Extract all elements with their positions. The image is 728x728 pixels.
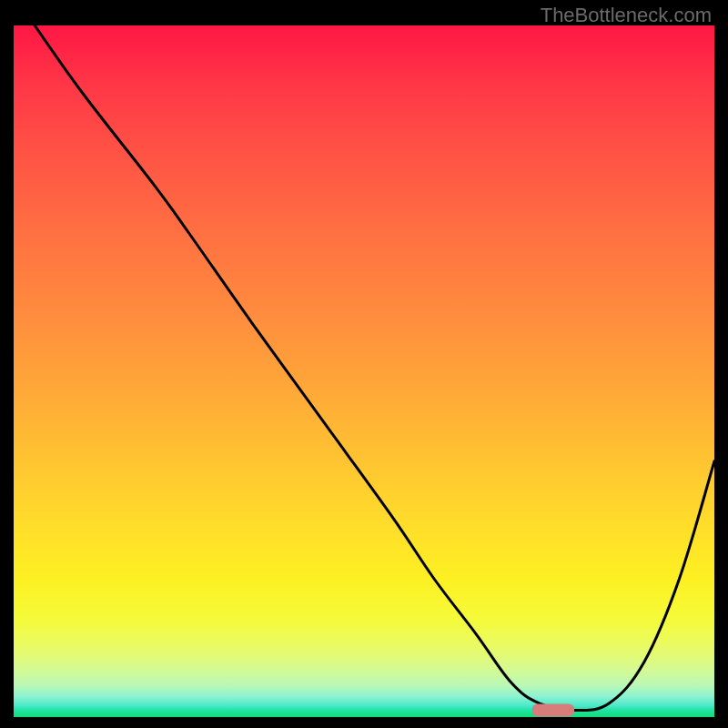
- watermark-text: TheBottleneck.com: [541, 4, 712, 27]
- chart-plot-area: [14, 25, 714, 717]
- bottleneck-curve-line: [35, 25, 714, 711]
- chart-svg: [14, 25, 714, 717]
- optimal-marker: [532, 703, 574, 716]
